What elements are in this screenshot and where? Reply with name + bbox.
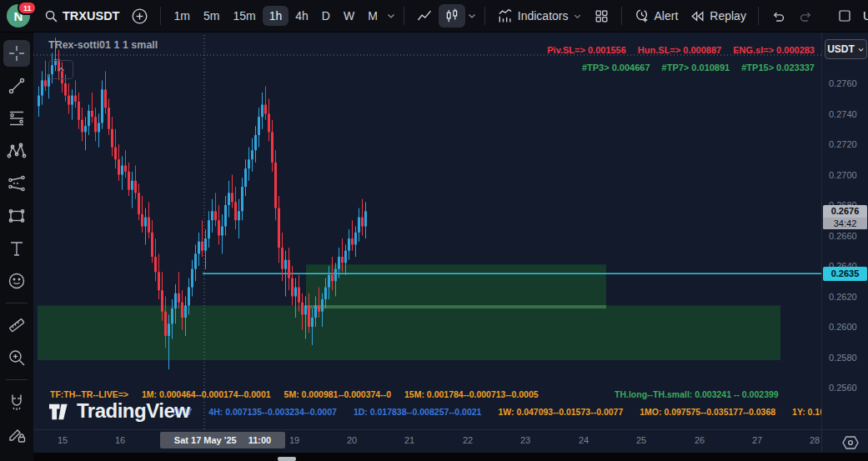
candle <box>118 144 120 181</box>
tradingview-logo[interactable]: TradingView <box>48 399 189 423</box>
candle <box>94 108 97 141</box>
timeframe-4h[interactable]: 4h <box>288 6 315 26</box>
zoom-in-tool-button[interactable] <box>3 344 30 371</box>
pane-resize-handle[interactable] <box>278 457 296 461</box>
currency-toggle-button[interactable]: USDT <box>825 39 867 59</box>
ruler-tool-button[interactable] <box>3 312 30 338</box>
candle <box>214 193 217 226</box>
indicators-label: Indicators <box>518 9 569 23</box>
candle <box>238 199 240 238</box>
indicator-legend[interactable]: TRex-sotti01 1 1 small <box>48 39 158 51</box>
drawing-lock-tool-button[interactable] <box>3 421 30 448</box>
tf-value: 1Y: 0.109823--0 <box>792 407 821 417</box>
tf-value: TF:TH--TR--LIVE=> <box>50 389 128 399</box>
candle <box>224 196 227 235</box>
candle <box>44 61 47 92</box>
tp-value: #TP15> 0.023337 <box>741 63 815 73</box>
indicators-icon <box>497 8 514 24</box>
alert-button[interactable]: Alert <box>628 4 685 28</box>
fib-retracement-tool-button[interactable] <box>3 105 30 132</box>
time-axis[interactable]: 151619202122232425262728 Sat 17 May '25 … <box>0 429 868 453</box>
layout-square-button[interactable] <box>831 5 858 27</box>
timeframe-menu-chevron-icon[interactable] <box>384 8 398 24</box>
toolbar-divider <box>160 7 161 25</box>
tf-values-row-2: 00074H: 0.007135--0.003234--0.00071D: 0.… <box>173 407 821 417</box>
price-scale-settings-icon[interactable] <box>840 433 861 452</box>
magnet-tool-button[interactable] <box>3 388 30 415</box>
candle <box>288 248 290 290</box>
take-profit-values: #TP3> 0.004667#TP7> 0.010891#TP15> 0.023… <box>570 63 815 73</box>
layout-grid-button[interactable] <box>588 5 615 28</box>
bar-countdown: 34:42 <box>823 218 867 229</box>
candle <box>244 159 247 196</box>
lock-all-tool-button[interactable] <box>3 453 30 461</box>
undo-button[interactable] <box>765 5 792 28</box>
th-long-small-values: TH.long--TH.small: 0.003241 -- 0.002399 <box>615 389 779 399</box>
toolbar-divider <box>6 303 28 303</box>
candle <box>84 117 87 150</box>
xabcd-pattern-tool-button[interactable] <box>3 138 30 164</box>
demand-zone-lower[interactable] <box>38 305 780 360</box>
toolbar-divider <box>758 7 759 25</box>
chart-type-menu-chevron-icon[interactable] <box>465 8 479 24</box>
timeframe-1m[interactable]: 1m <box>167 6 196 26</box>
candle <box>354 227 357 258</box>
redo-button[interactable] <box>792 5 820 28</box>
rectangle-tool-button[interactable] <box>3 203 30 229</box>
emoji-icon <box>7 271 27 291</box>
candle <box>361 199 364 236</box>
replay-button[interactable]: Replay <box>684 5 752 28</box>
candle <box>121 157 123 190</box>
chevron-down-icon <box>857 46 865 53</box>
candle-chart-type-button[interactable] <box>439 4 465 28</box>
candle <box>154 238 157 281</box>
toolbar-divider <box>484 7 485 25</box>
projection-icon <box>7 173 27 193</box>
tf-value: 1W: 0.047093--0.01573--0.0077 <box>498 407 623 417</box>
timeframe-D[interactable]: D <box>315 6 337 26</box>
timeframe-5m[interactable]: 5m <box>197 6 226 26</box>
candle <box>78 93 80 129</box>
timeframe-15m[interactable]: 15m <box>226 6 262 26</box>
alert-label: Alert <box>655 9 679 23</box>
price-axis[interactable]: USDT 0.27600.27400.27200.27000.26800.266… <box>821 32 868 453</box>
emoji-tool-button[interactable] <box>3 268 30 294</box>
text-tool-button[interactable] <box>3 235 30 262</box>
projection-tool-button[interactable] <box>3 170 30 197</box>
demand-zone-upper[interactable] <box>306 264 606 308</box>
candle <box>124 150 127 178</box>
last-price-value: 0.2676 <box>823 205 867 218</box>
time-tick: 23 <box>520 435 530 445</box>
timeframe-M[interactable]: M <box>361 6 384 26</box>
line-chart-type-icon[interactable] <box>410 4 439 28</box>
sl-value: Piv.SL=> 0.001556 <box>547 45 626 55</box>
candle <box>41 71 43 104</box>
stop-loss-values: Piv.SL=> 0.001556Hun.SL=> 0.000887ENG.sl… <box>535 45 815 55</box>
alert-price-label: 0.2635 <box>823 267 867 281</box>
toolbar-divider <box>6 379 28 380</box>
candle <box>198 233 200 266</box>
user-avatar[interactable]: N 11 <box>7 4 30 28</box>
indicators-button[interactable]: Indicators <box>491 4 588 28</box>
symbol-search-button[interactable]: TRXUSDT <box>38 6 125 27</box>
tf-value: 5M: 0.000981--0.000374--0 <box>284 389 391 399</box>
price-tick: 0.2700 <box>829 170 857 180</box>
timeframe-1h[interactable]: 1h <box>263 6 289 26</box>
crosshair-time-tooltip: Sat 17 May '25 11:00 <box>160 432 285 448</box>
candle <box>128 163 130 196</box>
time-tick: 16 <box>115 435 125 445</box>
legend-collapse-button[interactable] <box>48 60 73 79</box>
candle <box>114 129 117 168</box>
price-tick: 0.2720 <box>829 139 857 149</box>
replay-label: Replay <box>710 9 746 23</box>
candle <box>74 80 77 108</box>
toolbar-divider <box>404 7 404 25</box>
timeframe-W[interactable]: W <box>337 6 361 26</box>
compare-add-button[interactable] <box>125 4 154 28</box>
candle <box>254 126 257 163</box>
lock-all-icon <box>7 457 27 461</box>
trend-line-tool-button[interactable] <box>3 73 30 99</box>
price-tick: 0.2620 <box>829 292 857 302</box>
candle <box>148 202 150 238</box>
crosshair-tool-button[interactable] <box>3 40 30 67</box>
